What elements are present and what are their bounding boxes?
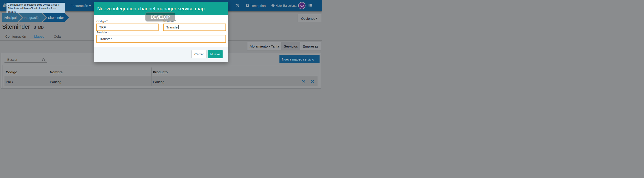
- svg-text:U: U: [4, 4, 6, 7]
- svg-text:Integración: Integración: [24, 16, 40, 19]
- svg-text:Principal: Principal: [4, 16, 16, 19]
- svg-text:AD: AD: [300, 4, 304, 7]
- svg-text:Siteminder: Siteminder: [48, 16, 64, 19]
